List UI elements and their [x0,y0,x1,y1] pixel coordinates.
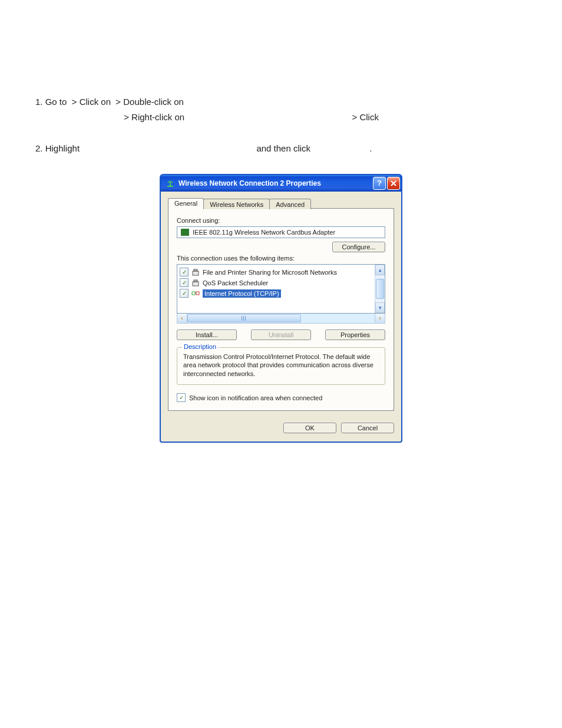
step2-seg-c: . [313,143,372,153]
svg-rect-8 [192,292,195,295]
window-icon [166,179,175,188]
service-icon [191,268,200,277]
list-item-label: QoS Packet Scheduler [203,279,268,286]
vertical-scrollbar[interactable]: ▴ ▾ [375,265,385,313]
scroll-thumb[interactable] [187,314,301,322]
svg-rect-7 [194,280,197,282]
scroll-down-button[interactable]: ▾ [375,302,385,313]
configure-button[interactable]: Configure... [332,242,385,252]
step1-seg-d: > Right-click on [35,112,187,122]
scroll-grip-icon [242,316,246,321]
install-button[interactable]: Install... [177,330,237,340]
step2-seg-b: and then click [82,143,313,153]
properties-dialog: Wireless Network Connection 2 Properties… [160,174,402,443]
step1-seg-b: > Click on [70,97,114,107]
tab-panel-general: Connect using: IEEE 802.11g Wireless Net… [168,208,394,411]
ok-button[interactable]: OK [283,423,336,433]
adapter-field[interactable]: IEEE 802.11g Wireless Network Cardbus Ad… [177,226,385,238]
scroll-track[interactable] [187,314,375,323]
service-icon [191,278,200,288]
description-groupbox: Description Transmission Control Protoco… [177,347,385,386]
checkbox[interactable]: ✓ [180,278,189,287]
list-item-label: File and Printer Sharing for Microsoft N… [203,269,337,276]
help-button[interactable]: ? [373,177,386,190]
uninstall-button: Uninstall [251,330,311,340]
cancel-button[interactable]: Cancel [341,423,394,433]
instruction-step-2: 2. Highlight and then click . [35,141,527,156]
adapter-name: IEEE 802.11g Wireless Network Cardbus Ad… [193,229,335,236]
connect-using-label: Connect using: [177,217,385,224]
items-listbox[interactable]: ✓ File and Printer Sharing for Microsoft… [177,264,385,314]
tab-general[interactable]: General [168,198,204,209]
show-icon-label: Show icon in notification area when conn… [189,394,322,401]
tab-wireless-networks[interactable]: Wireless Networks [203,199,270,209]
properties-button[interactable]: Properties [325,330,385,340]
protocol-icon [191,289,200,298]
svg-rect-4 [193,271,199,275]
tab-strip: General Wireless Networks Advanced [168,198,394,209]
svg-rect-6 [193,282,199,286]
scroll-up-button[interactable]: ▴ [375,265,385,275]
list-item-selected[interactable]: ✓ Internet Protocol (TCP/IP) [180,288,372,299]
scroll-left-button[interactable]: ‹ [177,314,187,323]
svg-rect-9 [196,292,199,295]
description-title: Description [182,343,218,350]
checkbox[interactable]: ✓ [180,289,189,298]
scroll-thumb[interactable] [376,279,384,299]
adapter-icon [181,229,189,236]
titlebar[interactable]: Wireless Network Connection 2 Properties… [160,174,402,192]
step1-seg-e: > Click [187,112,379,122]
tab-advanced[interactable]: Advanced [269,199,311,209]
items-label: This connection uses the following items… [177,255,385,262]
description-text: Transmission Control Protocol/Internet P… [183,353,379,379]
scroll-right-button[interactable]: › [375,314,385,323]
close-button[interactable] [387,177,400,190]
list-item[interactable]: ✓ File and Printer Sharing for Microsoft… [180,267,372,278]
svg-rect-5 [194,269,197,271]
dialog-title: Wireless Network Connection 2 Properties [178,179,372,187]
list-item[interactable]: ✓ QoS Packet Scheduler [180,278,372,288]
show-icon-checkbox[interactable]: ✓ [177,393,186,402]
step1-seg-a: 1. Go to [35,97,70,107]
step2-seg-a: 2. Highlight [35,143,82,153]
instruction-step-1: 1. Go to > Click on > Double-click on > … [35,94,527,124]
step1-seg-c: > Double-click on [113,97,186,107]
checkbox[interactable]: ✓ [180,268,189,276]
horizontal-scrollbar[interactable]: ‹ › [177,314,385,324]
list-item-label: Internet Protocol (TCP/IP) [203,289,281,298]
